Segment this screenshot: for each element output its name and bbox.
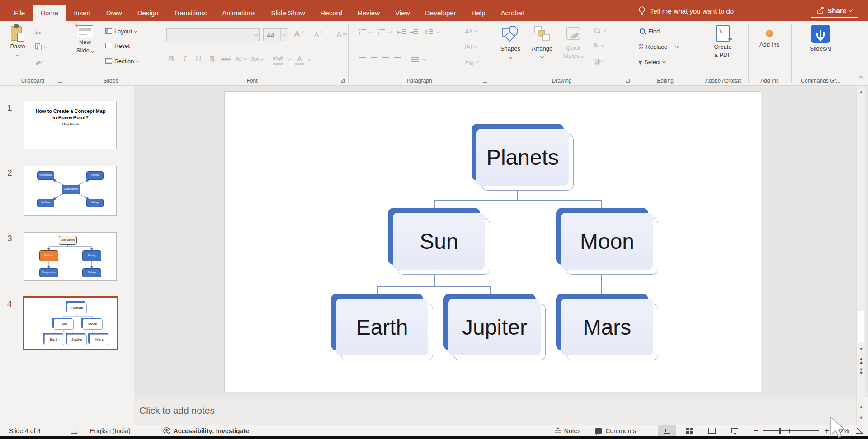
section-button[interactable]: Section bbox=[105, 56, 139, 66]
scroll-up-button[interactable]: ▲ bbox=[857, 87, 866, 97]
shape-sun[interactable]: Sun bbox=[388, 208, 490, 275]
collapse-ribbon-button[interactable] bbox=[859, 74, 863, 82]
spellcheck-icon[interactable] bbox=[71, 428, 77, 434]
bullets-icon[interactable] bbox=[359, 29, 366, 35]
slide-2-thumbnail[interactable]: Transportation Farming Global Warming Fe… bbox=[24, 166, 117, 216]
notes-scroll-up-button[interactable]: ▲ bbox=[857, 402, 866, 412]
tab-review[interactable]: Review bbox=[350, 5, 387, 21]
shape-effects-button[interactable] bbox=[594, 56, 604, 66]
shape-mars[interactable]: Mars bbox=[556, 294, 658, 360]
tab-developer[interactable]: Developer bbox=[417, 5, 463, 21]
fit-slide-button[interactable] bbox=[853, 425, 866, 436]
scrollbar-thumb[interactable] bbox=[858, 311, 864, 342]
decrease-indent-icon[interactable]: ⇤ bbox=[397, 29, 406, 36]
layout-button[interactable]: Layout bbox=[105, 26, 137, 37]
accessibility-status[interactable]: Accessibility: Investigate bbox=[174, 427, 249, 434]
create-pdf-button[interactable]: λ∞ Create a PDF bbox=[703, 23, 743, 59]
font-name-combo[interactable] bbox=[166, 28, 260, 41]
text-shadow-button[interactable]: S bbox=[208, 54, 217, 65]
scroll-down-button[interactable]: ▼ bbox=[857, 344, 866, 354]
numbering-icon[interactable] bbox=[378, 29, 385, 35]
shape-planets[interactable]: Planets bbox=[472, 124, 574, 191]
slide-3-thumbnail[interactable]: Global Warming Fertilizers Farming Trans… bbox=[24, 232, 117, 281]
tab-design[interactable]: Design bbox=[130, 5, 166, 21]
notes-toggle-button[interactable]: Notes bbox=[555, 427, 581, 434]
slide-sorter-view-button[interactable] bbox=[680, 425, 698, 436]
slideshow-button[interactable] bbox=[726, 425, 744, 436]
change-case-button[interactable]: Aa bbox=[251, 54, 263, 65]
paste-button[interactable]: Paste bbox=[5, 23, 31, 57]
vertical-scrollbar[interactable]: ▲ ▼ ▲▲ ▼▼ ▲ ▼ bbox=[856, 86, 865, 425]
tab-draw[interactable]: Draw bbox=[99, 5, 130, 21]
shape-moon[interactable]: Moon bbox=[556, 208, 658, 275]
columns-icon[interactable] bbox=[411, 57, 419, 64]
tab-file[interactable]: File bbox=[6, 5, 33, 21]
new-slide-button[interactable]: ✳ New Slide bbox=[71, 23, 99, 55]
tab-view[interactable]: View bbox=[387, 5, 417, 21]
addins-button[interactable]: Add-ins bbox=[754, 23, 785, 49]
slide-4-thumbnail[interactable]: Planets Sun Moon Earth Jupiter Mars bbox=[23, 296, 118, 350]
tell-me-search[interactable]: Tell me what you want to do bbox=[638, 4, 734, 18]
line-spacing-icon[interactable]: ⇕ bbox=[424, 29, 433, 36]
align-center-icon[interactable] bbox=[371, 57, 377, 63]
highlight-color-button[interactable]: ab bbox=[273, 54, 283, 65]
language-status[interactable]: English (India) bbox=[90, 427, 131, 434]
notes-placeholder[interactable]: Click to add notes bbox=[139, 405, 215, 416]
accessibility-icon[interactable] bbox=[163, 427, 170, 434]
slidesai-button[interactable]: SlidesAI bbox=[804, 23, 837, 53]
tab-insert[interactable]: Insert bbox=[66, 5, 99, 21]
bold-button[interactable]: B bbox=[167, 54, 176, 65]
cut-button[interactable]: ✂ bbox=[35, 28, 41, 38]
text-direction-button[interactable]: ⇊A bbox=[465, 26, 477, 37]
shape-jupiter[interactable]: Jupiter bbox=[443, 294, 546, 360]
shape-earth[interactable]: Earth bbox=[331, 294, 433, 360]
replace-button[interactable]: abac Replace bbox=[639, 41, 679, 52]
strikethrough-button[interactable]: abc bbox=[221, 54, 231, 65]
quick-styles-button[interactable]: Quick Styles bbox=[559, 23, 587, 60]
shape-outline-button[interactable]: ✎ bbox=[594, 40, 604, 51]
drawing-dialog-launcher[interactable] bbox=[626, 79, 630, 83]
font-dialog-launcher[interactable] bbox=[341, 79, 345, 83]
clear-formatting-button[interactable]: A bbox=[337, 28, 347, 39]
clipboard-dialog-launcher[interactable] bbox=[58, 79, 62, 83]
underline-button[interactable]: U bbox=[194, 54, 203, 65]
increase-font-size-button[interactable]: A˄ bbox=[294, 28, 303, 39]
comments-button[interactable]: Comments bbox=[595, 427, 636, 434]
shape-fill-button[interactable] bbox=[594, 25, 606, 36]
font-size-combo[interactable]: 44 bbox=[263, 28, 288, 41]
convert-smartart-button[interactable]: ➤▤ bbox=[465, 56, 479, 67]
current-slide[interactable]: Planets Sun Moon Earth Jupiter bbox=[224, 91, 761, 392]
next-slide-button[interactable]: ▼▼ bbox=[857, 368, 866, 375]
editing-canvas[interactable]: Planets Sun Moon Earth Jupiter bbox=[134, 86, 868, 397]
decrease-font-size-button[interactable]: A˅ bbox=[314, 28, 322, 39]
reading-view-button[interactable] bbox=[703, 425, 721, 436]
zoom-out-button[interactable]: − bbox=[754, 426, 758, 435]
tab-record[interactable]: Record bbox=[312, 5, 349, 21]
tab-home[interactable]: Home bbox=[33, 5, 66, 21]
align-text-button[interactable]: [⇅] bbox=[465, 41, 476, 52]
notes-pane[interactable]: Click to add notes bbox=[134, 397, 856, 425]
tab-slide-show[interactable]: Slide Show bbox=[263, 5, 312, 21]
align-left-icon[interactable] bbox=[359, 57, 366, 63]
notes-scroll-down-button[interactable]: ▼ bbox=[857, 413, 866, 423]
align-right-icon[interactable] bbox=[382, 57, 389, 63]
reset-button[interactable]: Reset bbox=[105, 40, 130, 51]
zoom-slider[interactable] bbox=[763, 428, 819, 434]
increase-indent-icon[interactable]: ⇥ bbox=[409, 29, 418, 36]
paragraph-dialog-launcher[interactable] bbox=[483, 79, 487, 83]
shapes-button[interactable]: Shapes bbox=[497, 23, 524, 60]
character-spacing-button[interactable]: AV bbox=[235, 54, 246, 65]
copy-button[interactable] bbox=[35, 41, 47, 52]
zoom-in-button[interactable]: + bbox=[825, 426, 829, 435]
previous-slide-button[interactable]: ▲▲ bbox=[857, 357, 866, 364]
justify-icon[interactable] bbox=[394, 57, 401, 63]
italic-button[interactable]: I bbox=[180, 54, 189, 65]
arrange-button[interactable]: Arrange bbox=[528, 23, 557, 60]
normal-view-button[interactable] bbox=[658, 425, 676, 436]
slide-1-thumbnail[interactable]: How to Create a Concept Map in PowerPoin… bbox=[24, 101, 117, 149]
zoom-slider-thumb[interactable] bbox=[779, 428, 781, 434]
tab-acrobat[interactable]: Acrobat bbox=[493, 5, 532, 21]
select-button[interactable]: Select bbox=[639, 56, 665, 67]
tab-transitions[interactable]: Transitions bbox=[166, 5, 214, 21]
find-button[interactable]: Find bbox=[639, 26, 660, 37]
